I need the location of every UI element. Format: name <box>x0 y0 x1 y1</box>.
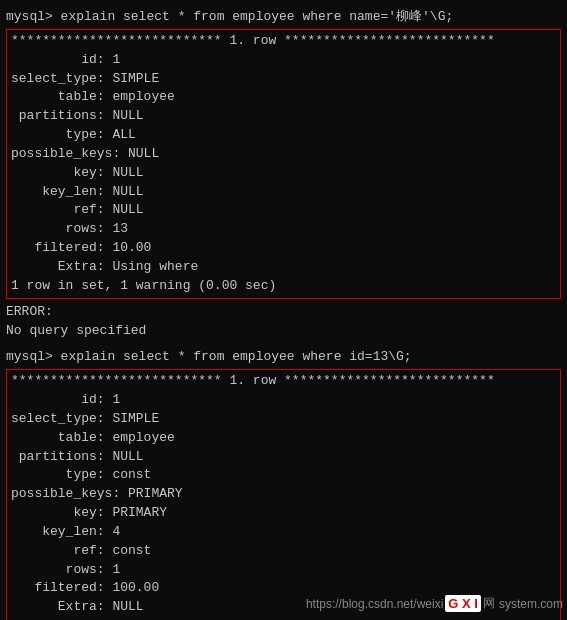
table-row: table: employee <box>11 429 556 448</box>
table-row: ref: const <box>11 542 556 561</box>
table-row: rows: 1 <box>11 561 556 580</box>
table-row: possible_keys: NULL <box>11 145 556 164</box>
table-row: possible_keys: PRIMARY <box>11 485 556 504</box>
separator-2: *************************** 1. row *****… <box>11 372 556 391</box>
result-box-1: *************************** 1. row *****… <box>6 29 561 299</box>
table-row: id: 1 <box>11 391 556 410</box>
watermark-gxi: G X I <box>445 595 481 612</box>
terminal: mysql> explain select * from employee wh… <box>6 8 561 620</box>
table-row: filtered: 10.00 <box>11 239 556 258</box>
error-message-1: No query specified <box>6 322 561 341</box>
fields-2: id: 1select_type: SIMPLE table: employee… <box>11 391 556 617</box>
error-block-1: ERROR: No query specified <box>6 303 561 341</box>
table-row: key: PRIMARY <box>11 504 556 523</box>
footer-1: 1 row in set, 1 warning (0.00 sec) <box>11 277 556 296</box>
table-row: ref: NULL <box>11 201 556 220</box>
table-row: key_len: NULL <box>11 183 556 202</box>
fields-1: id: 1select_type: SIMPLE table: employee… <box>11 51 556 277</box>
watermark: https://blog.csdn.net/weixi G X I网 syste… <box>306 595 563 612</box>
prompt-1: mysql> explain select * from employee wh… <box>6 8 561 27</box>
table-row: Extra: Using where <box>11 258 556 277</box>
table-row: select_type: SIMPLE <box>11 70 556 89</box>
result-box-2: *************************** 1. row *****… <box>6 369 561 620</box>
table-row: table: employee <box>11 88 556 107</box>
table-row: partitions: NULL <box>11 448 556 467</box>
separator-1: *************************** 1. row *****… <box>11 32 556 51</box>
watermark-net: 网 <box>483 595 495 612</box>
table-row: rows: 13 <box>11 220 556 239</box>
table-row: type: ALL <box>11 126 556 145</box>
error-label-1: ERROR: <box>6 303 561 322</box>
table-row: type: const <box>11 466 556 485</box>
table-row: select_type: SIMPLE <box>11 410 556 429</box>
table-row: id: 1 <box>11 51 556 70</box>
table-row: partitions: NULL <box>11 107 556 126</box>
table-row: key: NULL <box>11 164 556 183</box>
table-row: key_len: 4 <box>11 523 556 542</box>
prompt-2: mysql> explain select * from employee wh… <box>6 348 561 367</box>
watermark-system: system.com <box>499 597 563 611</box>
watermark-url: https://blog.csdn.net/weixi <box>306 597 443 611</box>
